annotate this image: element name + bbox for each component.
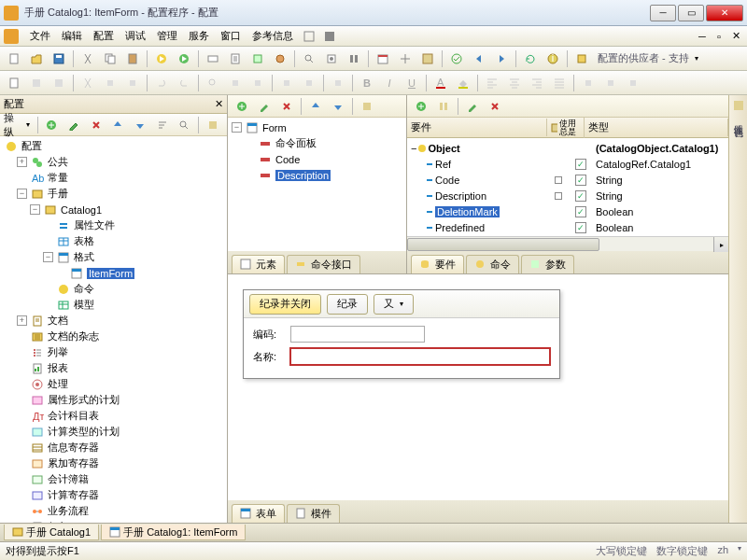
align-right-icon[interactable] xyxy=(527,73,547,93)
tree-inforeg[interactable]: 信息寄存器 xyxy=(0,440,227,455)
cut-icon[interactable] xyxy=(78,49,98,69)
bg-color-icon[interactable] xyxy=(453,73,473,93)
new-icon[interactable] xyxy=(4,49,24,69)
t2-new-icon[interactable] xyxy=(4,73,24,93)
t2-b13-icon[interactable] xyxy=(299,73,319,93)
tool7-icon[interactable] xyxy=(344,49,364,69)
t2-paste-icon[interactable] xyxy=(122,73,143,93)
copy-icon[interactable] xyxy=(100,49,120,69)
menu-debug[interactable]: 调试 xyxy=(120,27,151,45)
open-icon[interactable] xyxy=(26,49,47,69)
underline-icon[interactable]: U xyxy=(402,73,422,93)
at-edit-icon[interactable] xyxy=(462,96,483,117)
minimize-button[interactable]: ─ xyxy=(650,5,676,21)
tree-bp[interactable]: 业务流程 xyxy=(0,503,227,519)
attr-row[interactable]: DeletionMark✓Boolean xyxy=(407,203,728,219)
attr-list[interactable]: −Object(CatalogObject.Catalog1)Ref✓Catal… xyxy=(407,138,728,236)
t2-b20-icon[interactable] xyxy=(578,73,599,93)
inner-restore-icon[interactable]: ▫ xyxy=(712,29,726,44)
menu-window[interactable]: 窗口 xyxy=(215,27,247,45)
menu-extra1-icon[interactable] xyxy=(299,26,319,47)
t2-b22-icon[interactable] xyxy=(623,73,643,93)
bold-icon[interactable]: B xyxy=(357,73,377,93)
fe-down-icon[interactable] xyxy=(328,96,348,117)
tree-reports[interactable]: 报表 xyxy=(0,360,227,376)
fe-up-icon[interactable] xyxy=(305,96,326,117)
tab-params[interactable]: 参数 xyxy=(521,255,574,273)
menu-file[interactable]: 文件 xyxy=(24,27,56,45)
fwd-icon[interactable] xyxy=(491,49,512,69)
tree-tables[interactable]: 表格 xyxy=(0,233,227,249)
at-col-icon[interactable] xyxy=(433,96,454,117)
more-button[interactable]: 又 xyxy=(374,294,414,315)
back-icon[interactable] xyxy=(469,49,489,69)
fe-del-icon[interactable] xyxy=(276,96,297,117)
fe-description[interactable]: Description xyxy=(228,167,406,183)
inner-close-icon[interactable]: ✕ xyxy=(728,29,743,44)
t2-b21-icon[interactable] xyxy=(600,73,621,93)
at-add-icon[interactable] xyxy=(411,96,431,117)
name-input[interactable] xyxy=(290,348,550,365)
tool9-icon[interactable] xyxy=(395,49,416,69)
tool6-icon[interactable] xyxy=(321,49,342,69)
status-lang[interactable]: zh xyxy=(717,544,728,558)
menu-extra2-icon[interactable] xyxy=(319,26,340,47)
cfg-sort-icon[interactable] xyxy=(152,115,173,135)
align-left-icon[interactable] xyxy=(482,73,502,93)
at-del-icon[interactable] xyxy=(485,96,505,117)
tree-attrfiles[interactable]: 属性文件 xyxy=(0,217,227,233)
italic-icon[interactable]: I xyxy=(379,73,400,93)
tool4-icon[interactable] xyxy=(270,49,290,69)
attr-row[interactable]: Description✓String xyxy=(407,188,728,203)
help-icon[interactable]: i xyxy=(543,49,563,69)
attr-row[interactable]: −Object(CatalogObject.Catalog1) xyxy=(407,140,728,156)
tree-root[interactable]: 配置 xyxy=(0,138,227,154)
tool11-icon[interactable] xyxy=(446,49,467,69)
tree-templates[interactable]: 模型 xyxy=(0,297,227,313)
tree-accreg[interactable]: 会计簿籍 xyxy=(0,471,227,487)
attr-hscroll[interactable]: ▸ xyxy=(407,236,728,251)
supplier-text[interactable]: 配置的供应者 - 支持 xyxy=(594,51,693,65)
attr-row[interactable]: Predefined✓Boolean xyxy=(407,219,728,235)
cfg-edit-icon[interactable] xyxy=(63,115,84,135)
tree-catalog1[interactable]: −Catalog1 xyxy=(0,202,227,217)
inner-minimize-icon[interactable]: ─ xyxy=(695,29,710,44)
cfg-down-icon[interactable] xyxy=(130,115,150,135)
t2-b11-icon[interactable] xyxy=(247,73,268,93)
run-icon[interactable] xyxy=(151,49,172,69)
fe-edit-icon[interactable] xyxy=(254,96,275,117)
paste-icon[interactable] xyxy=(122,49,143,69)
col-type[interactable]: 类型 xyxy=(585,119,728,136)
config-close-icon[interactable]: ✕ xyxy=(215,98,223,110)
col-use[interactable]: 使用总是 xyxy=(547,118,585,138)
tree-common[interactable]: +公共 xyxy=(0,154,227,170)
menu-help[interactable]: 参考信息 xyxy=(247,27,299,45)
tree-itemform[interactable]: ItemForm xyxy=(0,265,227,281)
tab-cmdif[interactable]: 命令接口 xyxy=(287,255,360,273)
t2-b2-icon[interactable] xyxy=(26,73,47,93)
maximize-button[interactable]: ▭ xyxy=(678,5,704,21)
actions-dropdown[interactable]: 操纵 xyxy=(4,111,24,139)
t2-cut-icon[interactable] xyxy=(78,73,98,93)
align-justify-icon[interactable] xyxy=(549,73,570,93)
cfg-find-icon[interactable] xyxy=(175,115,195,135)
close-button[interactable]: ✕ xyxy=(706,5,743,21)
tree-commands[interactable]: 命令 xyxy=(0,281,227,297)
cfg-del-icon[interactable] xyxy=(86,115,106,135)
tree-const[interactable]: Ab常量 xyxy=(0,170,227,186)
tree-catalog[interactable]: −手册 xyxy=(0,186,227,202)
save-button[interactable]: 纪录 xyxy=(327,294,368,315)
tree-tasks[interactable]: 任务 xyxy=(0,519,227,523)
fe-form[interactable]: −Form xyxy=(228,119,406,135)
tree-journals[interactable]: 文档的杂志 xyxy=(0,329,227,344)
side-strip[interactable]: 服性 调色 xyxy=(728,95,747,523)
find-icon[interactable] xyxy=(299,49,319,69)
form-elem-tree[interactable]: −Form 命令面板 Code Description xyxy=(228,118,406,251)
tree-dataproc[interactable]: 处理 xyxy=(0,376,227,392)
tree-forms[interactable]: −格式 xyxy=(0,249,227,265)
tool10-icon[interactable] xyxy=(417,49,438,69)
t2-undo-icon[interactable] xyxy=(151,73,172,93)
tab-form-preview[interactable]: 表单 xyxy=(232,504,285,523)
tab-attrs[interactable]: 要件 xyxy=(411,255,464,273)
t2-b12-icon[interactable] xyxy=(276,73,297,93)
